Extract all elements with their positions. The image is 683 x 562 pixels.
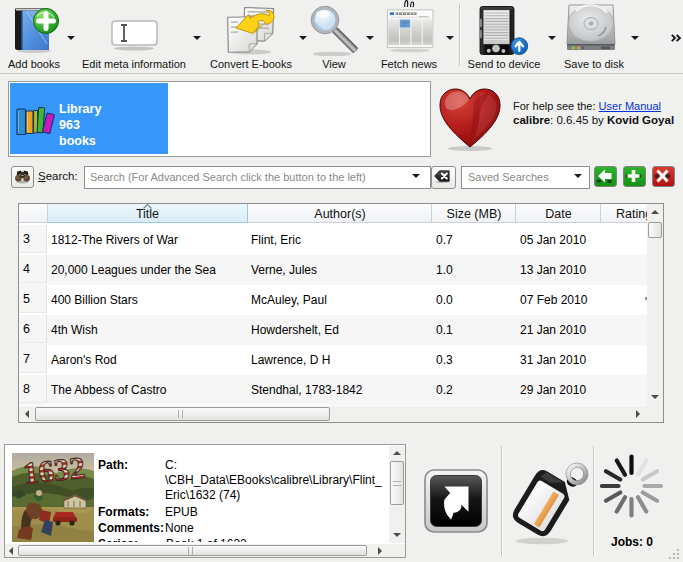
- svg-text:1632: 1632: [21, 453, 86, 491]
